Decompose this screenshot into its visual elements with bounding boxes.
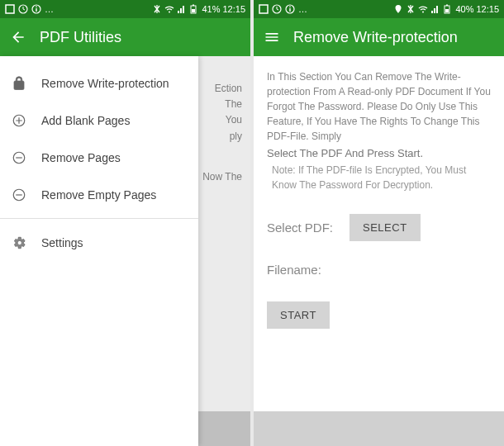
clock-icon xyxy=(272,4,282,14)
svg-point-17 xyxy=(422,12,424,13)
filename-label: Filename: xyxy=(267,263,321,277)
phone-left: … 41% 12:15 PDF Utilities Ection The You… xyxy=(0,0,250,446)
svg-rect-3 xyxy=(36,8,36,12)
more-icon: … xyxy=(45,4,54,14)
wifi-icon xyxy=(418,4,428,14)
note-text: Note: If The PDF-file Is Encrypted, You … xyxy=(267,163,491,192)
battery-icon xyxy=(189,4,199,14)
info-icon xyxy=(285,4,295,14)
more-icon: … xyxy=(298,4,307,14)
svg-rect-0 xyxy=(6,5,14,13)
svg-rect-8 xyxy=(192,9,195,12)
wifi-icon xyxy=(164,4,174,14)
signal-icon xyxy=(177,4,187,14)
vibrate-icon xyxy=(406,4,416,14)
gear-icon xyxy=(12,235,26,250)
battery-text: 40% xyxy=(455,4,473,14)
drawer-item-add-blank-pages[interactable]: Add Blank Pages xyxy=(0,102,198,139)
appbar-title: PDF Utilities xyxy=(40,29,121,46)
svg-rect-12 xyxy=(259,5,268,13)
clock-icon xyxy=(18,4,28,14)
drawer-item-remove-pages[interactable]: Remove Pages xyxy=(0,139,198,176)
clock-text: 12:15 xyxy=(476,4,499,14)
navigation-drawer: Remove Write-protection Add Blank Pages … xyxy=(0,56,198,446)
start-button[interactable]: START xyxy=(267,301,330,329)
footer-bar xyxy=(254,411,504,446)
status-bar: … 41% 12:15 xyxy=(0,0,250,18)
screenshot-icon xyxy=(259,4,269,14)
description-instruction: Select The PDF And Press Start. xyxy=(267,147,491,159)
divider xyxy=(0,218,198,219)
drawer-item-remove-write-protection[interactable]: Remove Write-protection xyxy=(0,64,198,102)
menu-icon[interactable] xyxy=(264,29,280,45)
svg-rect-4 xyxy=(36,7,36,7)
minus-circle-icon xyxy=(12,150,26,165)
screenshot-icon xyxy=(5,4,15,14)
location-icon xyxy=(393,4,403,14)
lock-icon xyxy=(12,76,26,91)
drawer-item-settings[interactable]: Settings xyxy=(0,224,198,261)
svg-rect-15 xyxy=(289,8,290,12)
screen-body: In This Section You Can Remove The Write… xyxy=(254,56,504,411)
svg-rect-19 xyxy=(446,5,448,7)
drawer-item-remove-empty-pages[interactable]: Remove Empty Pages xyxy=(0,176,198,213)
battery-icon xyxy=(443,4,453,14)
phone-right: … 40% 12:15 Remove Write-protection In T… xyxy=(254,0,504,446)
app-bar: Remove Write-protection xyxy=(254,18,504,56)
info-icon xyxy=(31,4,41,14)
appbar-title: Remove Write-protection xyxy=(293,29,458,46)
svg-point-5 xyxy=(169,12,170,13)
svg-rect-7 xyxy=(193,5,194,7)
drawer-item-label: Add Blank Pages xyxy=(41,114,130,127)
signal-icon xyxy=(430,4,440,14)
drawer-item-label: Settings xyxy=(41,236,83,249)
minus-circle-icon xyxy=(12,187,26,202)
battery-text: 41% xyxy=(202,4,220,14)
select-button[interactable]: SELECT xyxy=(349,214,421,241)
drawer-item-label: Remove Pages xyxy=(41,151,121,164)
status-bar: … 40% 12:15 xyxy=(254,0,504,18)
description-text: In This Section You Can Remove The Write… xyxy=(267,69,491,144)
plus-circle-icon xyxy=(12,113,26,128)
drawer-item-label: Remove Empty Pages xyxy=(41,188,156,202)
drawer-item-label: Remove Write-protection xyxy=(41,77,169,90)
clock-text: 12:15 xyxy=(222,4,245,14)
back-icon[interactable] xyxy=(10,29,26,45)
svg-rect-16 xyxy=(289,7,290,7)
svg-rect-20 xyxy=(445,9,449,12)
select-pdf-label: Select PDF: xyxy=(267,221,333,235)
vibrate-icon xyxy=(152,4,162,14)
app-bar: PDF Utilities xyxy=(0,18,250,56)
